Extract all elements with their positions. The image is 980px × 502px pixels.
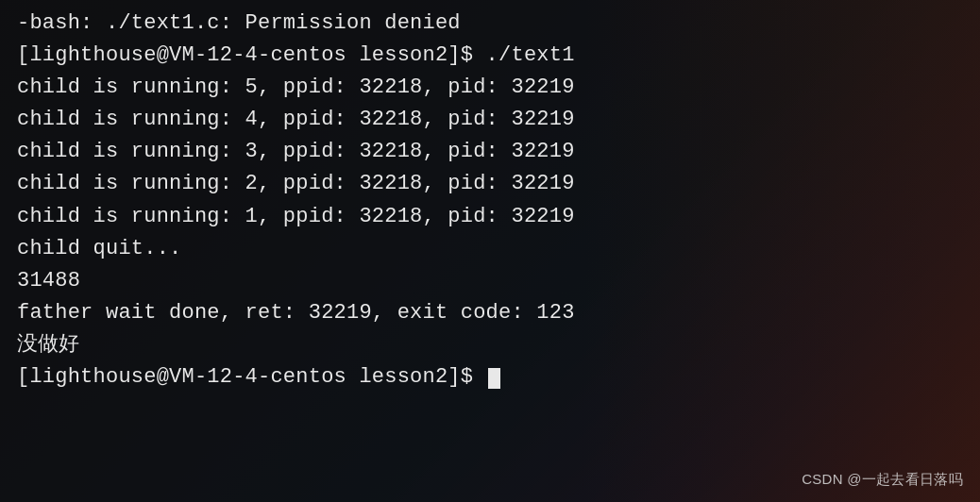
terminal-line: child is running: 3, ppid: 32218, pid: 3… [17,136,963,168]
terminal-line: child is running: 4, ppid: 32218, pid: 3… [17,104,963,136]
terminal-line: child is running: 5, ppid: 32218, pid: 3… [17,72,963,104]
terminal-content: -bash: ./text1.c: Permission denied[ligh… [0,0,980,401]
terminal-line: 没做好 [17,329,963,361]
terminal-line: [lighthouse@VM-12-4-centos lesson2]$ [17,361,963,393]
terminal-line: father wait done, ret: 32219, exit code:… [17,297,963,329]
watermark: CSDN @一起去看日落吗 [802,471,963,489]
terminal-line: child quit... [17,233,963,265]
terminal-line: child is running: 2, ppid: 32218, pid: 3… [17,168,963,200]
terminal-line: [lighthouse@VM-12-4-centos lesson2]$ ./t… [17,40,963,72]
terminal-line: -bash: ./text1.c: Permission denied [17,8,963,40]
terminal-cursor [488,368,500,389]
terminal-line: child is running: 1, ppid: 32218, pid: 3… [17,201,963,233]
terminal-line: 31488 [17,265,963,297]
terminal-window: -bash: ./text1.c: Permission denied[ligh… [0,0,980,502]
